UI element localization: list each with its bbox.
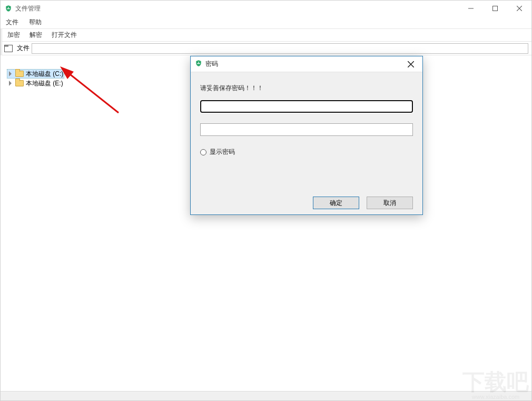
- close-button[interactable]: [507, 1, 531, 16]
- show-password-row[interactable]: 显示密码: [200, 148, 413, 157]
- shield-icon: [195, 60, 202, 69]
- shield-icon: [5, 5, 12, 12]
- decrypt-button[interactable]: 解密: [27, 30, 44, 41]
- password-input-1[interactable]: [200, 100, 413, 113]
- chevron-right-icon[interactable]: [8, 81, 13, 86]
- minimize-button[interactable]: [459, 1, 483, 16]
- maximize-button[interactable]: [483, 1, 507, 16]
- folder-icon: [15, 71, 24, 77]
- menubar: 文件 帮助: [1, 16, 531, 29]
- password-input-2[interactable]: [200, 123, 413, 136]
- window-title: 文件管理: [15, 4, 41, 13]
- file-icon: [4, 45, 13, 52]
- dialog-button-row: 确定 取消: [200, 197, 413, 209]
- tree-item-label: 本地磁盘 (E:): [26, 79, 63, 88]
- toolbar: 加密 解密 打开文件: [1, 29, 531, 42]
- cancel-button[interactable]: 取消: [367, 197, 413, 209]
- titlebar: 文件管理: [1, 1, 531, 16]
- dialog-message: 请妥善保存密码！！！: [200, 84, 413, 93]
- svg-rect-1: [493, 6, 498, 11]
- path-bar: 文件: [1, 42, 531, 55]
- encrypt-button[interactable]: 加密: [5, 30, 22, 41]
- path-input[interactable]: [32, 43, 528, 54]
- menu-help[interactable]: 帮助: [27, 17, 44, 28]
- radio-icon[interactable]: [200, 149, 206, 155]
- dialog-body: 请妥善保存密码！！！ 显示密码 确定 取消: [191, 72, 422, 214]
- cancel-button-label: 取消: [383, 199, 396, 208]
- open-file-button[interactable]: 打开文件: [50, 30, 79, 41]
- path-label: 文件: [17, 44, 29, 53]
- svg-rect-0: [468, 8, 474, 9]
- dialog-close-button[interactable]: [399, 56, 422, 72]
- chevron-right-icon[interactable]: [8, 71, 13, 76]
- password-dialog: 密码 请妥善保存密码！！！ 显示密码 确定 取消: [190, 56, 423, 215]
- status-bar: [1, 391, 531, 400]
- dialog-title: 密码: [205, 60, 218, 69]
- tree-item-label: 本地磁盘 (C:): [26, 70, 63, 79]
- ok-button[interactable]: 确定: [313, 197, 359, 209]
- folder-icon: [15, 80, 24, 86]
- tree-item-drive-c[interactable]: 本地磁盘 (C:): [7, 69, 64, 79]
- dialog-titlebar: 密码: [191, 56, 422, 72]
- show-password-label: 显示密码: [210, 148, 235, 157]
- menu-file[interactable]: 文件: [4, 17, 21, 28]
- ok-button-label: 确定: [330, 199, 342, 208]
